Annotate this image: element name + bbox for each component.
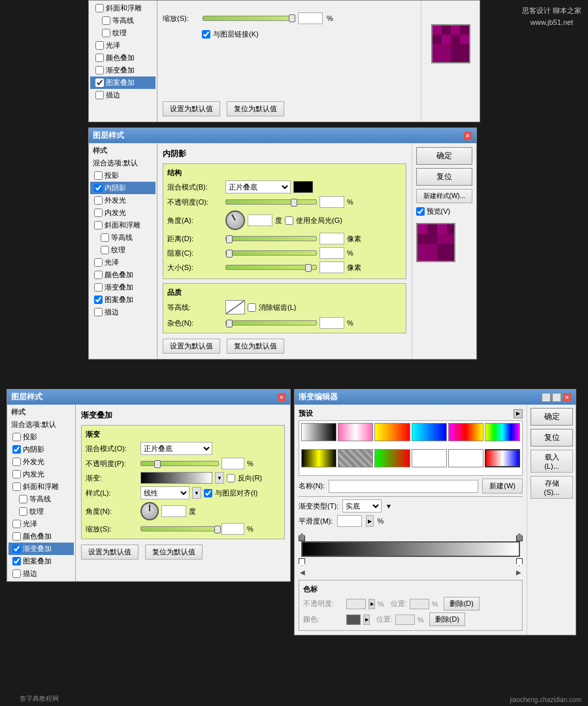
preset-item-3[interactable] <box>374 423 410 441</box>
ge-save-btn[interactable]: 存储(S)... <box>531 476 573 499</box>
noise-input-1[interactable]: 0 <box>319 317 344 329</box>
angle-dial-2[interactable] <box>140 502 159 520</box>
new-style-btn-1[interactable]: 新建样式(W)... <box>416 189 472 203</box>
sidebar-item-color-overlay-top[interactable]: 颜色叠加 <box>90 52 155 64</box>
angle-input-2[interactable]: 90 <box>161 505 186 517</box>
ge-reset-btn[interactable]: 复位 <box>531 429 573 446</box>
color-stop-right[interactable] <box>516 558 523 566</box>
set-default-btn-top[interactable]: 设置为默认值 <box>163 101 220 116</box>
gradient-bar[interactable] <box>301 541 520 557</box>
reverse-checkbox-2[interactable] <box>227 474 235 482</box>
sidebar2-item-gradient-overlay[interactable]: 渐变叠加 <box>8 543 74 555</box>
cs-color-swatch[interactable] <box>346 614 361 625</box>
new-gradient-btn[interactable]: 新建(W) <box>482 479 523 494</box>
sidebar2-item-contour[interactable]: 等高线 <box>8 493 74 505</box>
sidebar1-item-pattern-overlay[interactable]: 图案叠加 <box>90 294 155 306</box>
sidebar1-item-default[interactable]: 混合选项:默认 <box>90 157 155 169</box>
color-stop-left[interactable] <box>299 558 305 566</box>
sidebar1-item-color-overlay[interactable]: 颜色叠加 <box>90 269 155 281</box>
sidebar1-item-stroke[interactable]: 描边 <box>90 306 155 318</box>
cs-opacity-stepper[interactable]: ▶ <box>368 599 375 609</box>
sidebar-item-texture-indent[interactable]: 纹理 <box>90 27 155 39</box>
choke-input-1[interactable]: 0 <box>319 247 344 259</box>
sidebar-item-pattern-overlay-top[interactable]: 图案叠加 <box>90 76 155 89</box>
ge-confirm-btn[interactable]: 确定 <box>531 408 573 426</box>
sidebar-item-gloss-top[interactable]: 光泽 <box>90 39 155 52</box>
opacity-stop-right[interactable] <box>516 533 523 541</box>
gradient-dropdown-arrow-2[interactable]: ▼ <box>215 472 224 484</box>
reset-btn-1[interactable]: 复位 <box>416 168 472 186</box>
preset-item-8[interactable] <box>338 449 373 467</box>
preset-item-4[interactable] <box>412 423 447 441</box>
preset-item-11[interactable] <box>448 449 483 467</box>
cs-color-arrow[interactable]: ▶ <box>363 614 370 625</box>
cs-opacity-input[interactable] <box>346 599 366 609</box>
angle-input-1[interactable]: 120 <box>248 214 272 226</box>
sidebar2-item-default[interactable]: 混合选项:默认 <box>8 418 74 431</box>
sidebar1-item-texture[interactable]: 纹理 <box>90 244 155 256</box>
distance-input-1[interactable]: 0 <box>319 233 344 244</box>
set-default-btn-1[interactable]: 设置为默认值 <box>163 339 220 354</box>
preset-item-9[interactable] <box>374 449 410 467</box>
scale-input[interactable]: 100 <box>298 12 323 24</box>
sidebar1-item-inner-shadow[interactable]: 内阴影 <box>90 182 155 194</box>
link-checkbox[interactable] <box>202 30 210 39</box>
sidebar2-item-texture[interactable]: 纹理 <box>8 505 74 518</box>
confirm-btn-1[interactable]: 确定 <box>416 147 472 165</box>
size-input-1[interactable]: 139 <box>319 261 344 273</box>
preset-item-5[interactable] <box>448 423 483 441</box>
sidebar2-item-outer-glow[interactable]: 外发光 <box>8 456 74 468</box>
preset-item-2[interactable] <box>338 423 373 441</box>
gradient-type-dropdown[interactable]: 实底 <box>342 499 382 513</box>
sidebar2-item-bevel[interactable]: 斜面和浮雕 <box>8 480 74 493</box>
opacity-stop-left[interactable] <box>299 533 305 541</box>
anti-alias-checkbox-1[interactable] <box>248 303 256 312</box>
cs-position-input-2[interactable] <box>395 614 415 625</box>
preset-item-1[interactable] <box>301 423 336 441</box>
sidebar2-item-shadow[interactable]: 投影 <box>8 431 74 443</box>
gt-dropdown-arrow[interactable]: ▼ <box>385 503 392 510</box>
close-btn-1[interactable]: ✕ <box>463 131 472 141</box>
sidebar1-item-gradient-overlay[interactable]: 渐变叠加 <box>90 281 155 294</box>
sidebar1-item-shadow[interactable]: 投影 <box>90 169 155 182</box>
set-default-btn-2[interactable]: 设置为默认值 <box>81 545 139 560</box>
sidebar2-item-inner-glow[interactable]: 内发光 <box>8 468 74 480</box>
reset-default-btn-top[interactable]: 复位为默认值 <box>227 101 284 116</box>
scale-input-2[interactable]: 100 <box>221 523 244 535</box>
preset-item-7[interactable] <box>301 449 336 467</box>
style-dropdown-2[interactable]: 线性 <box>140 486 189 499</box>
sidebar2-item-gloss[interactable]: 光泽 <box>8 518 74 530</box>
cs-delete-btn-2[interactable]: 删除(D) <box>429 613 465 626</box>
ge-load-btn[interactable]: 载入(L)... <box>531 450 573 473</box>
preset-scroll-arrow[interactable]: ▶ <box>514 409 523 418</box>
cs-position-input-1[interactable] <box>410 599 429 609</box>
sidebar1-item-contour[interactable]: 等高线 <box>90 231 155 244</box>
sidebar-item-stroke-top[interactable]: 描边 <box>90 89 155 101</box>
sidebar2-item-pattern-overlay[interactable]: 图案叠加 <box>8 555 74 567</box>
reset-default-btn-2[interactable]: 复位为默认值 <box>145 545 203 560</box>
blend-mode-dropdown-1[interactable]: 正片叠底 <box>225 180 291 193</box>
angle-dial-1[interactable] <box>225 210 245 230</box>
preset-item-10[interactable] <box>412 449 447 467</box>
align-dropdown-arrow-2[interactable]: ▼ <box>192 487 201 499</box>
minimize-btn-ge[interactable]: _ <box>542 393 551 402</box>
sidebar2-item-stroke[interactable]: 描边 <box>8 567 74 580</box>
smoothness-input[interactable]: 100 <box>337 515 362 527</box>
sidebar1-item-outer-glow[interactable]: 外发光 <box>90 194 155 207</box>
cs-delete-btn-1[interactable]: 删除(D) <box>444 597 480 611</box>
sidebar2-item-color-overlay[interactable]: 颜色叠加 <box>8 530 74 543</box>
sidebar-item-gradient-overlay-top[interactable]: 渐变叠加 <box>90 64 155 76</box>
gradient-picker-2[interactable] <box>140 472 212 484</box>
smoothness-stepper[interactable]: ▶ <box>366 515 374 527</box>
sidebar2-item-inner-shadow[interactable]: 内阴影 <box>8 443 74 456</box>
sidebar1-item-inner-glow[interactable]: 内发光 <box>90 207 155 219</box>
name-input[interactable]: Custom <box>329 480 478 493</box>
global-light-checkbox-1[interactable] <box>285 216 293 225</box>
preset-item-12[interactable] <box>485 449 520 467</box>
opacity-input-2[interactable]: 20 <box>221 458 244 469</box>
opacity-input-1[interactable]: 75 <box>319 196 344 208</box>
sidebar1-item-bevel[interactable]: 斜面和浮雕 <box>90 219 155 231</box>
blend-color-swatch-1[interactable] <box>293 181 313 193</box>
contour-preview-1[interactable] <box>225 300 245 314</box>
preset-item-6[interactable] <box>485 423 520 441</box>
